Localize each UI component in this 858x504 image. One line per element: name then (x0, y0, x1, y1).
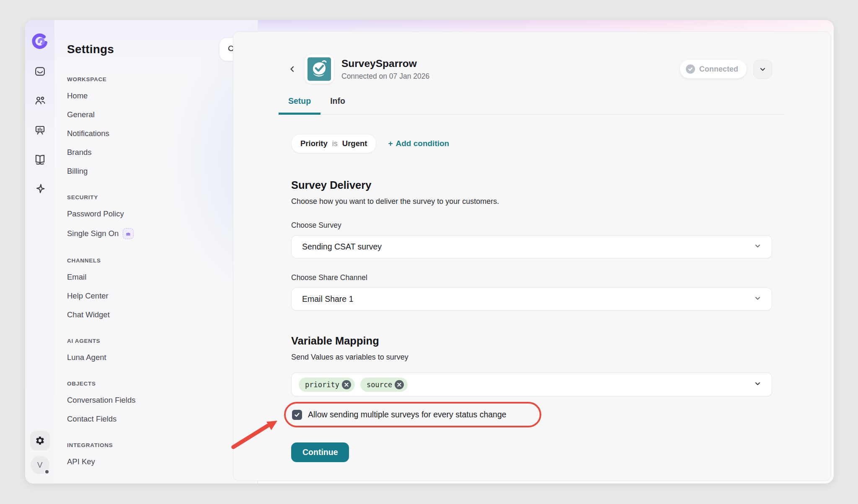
share-channel-select[interactable]: Email Share 1 (291, 288, 772, 311)
nav-header: INTEGRATIONS (67, 442, 243, 448)
sidebar-item-password-policy[interactable]: Password Policy (67, 204, 243, 223)
status-menu-button[interactable] (753, 60, 772, 79)
tab-bar: Setup Info (279, 96, 785, 115)
back-chevron-icon[interactable] (287, 64, 298, 75)
sidebar-item-single-sign-on[interactable]: Single Sign On (67, 223, 243, 244)
condition-value: Urgent (342, 139, 367, 148)
integration-header: SurveySparrow Connected on 07 Jan 2026 C… (287, 54, 772, 84)
icon-rail: V (25, 20, 54, 483)
page-title: Settings (67, 43, 114, 56)
connected-date: Connected on 07 Jan 2026 (341, 72, 429, 81)
nav-header: SECURITY (67, 194, 243, 201)
survey-delivery-title: Survey Delivery (291, 179, 772, 191)
condition-row: Priority is Urgent + Add condition (291, 134, 772, 153)
tab-setup[interactable]: Setup (279, 96, 320, 115)
crown-badge-icon (123, 228, 134, 239)
variable-mapping-description: Send Values as variables to survey (291, 353, 772, 362)
tab-info[interactable]: Info (320, 96, 355, 114)
share-channel-select-value: Email Share 1 (302, 294, 353, 304)
nav-header: WORKSPACE (67, 76, 243, 82)
plus-icon: + (388, 139, 393, 148)
chevron-down-icon (759, 66, 766, 73)
sidebar-item-notifications[interactable]: Notifications (67, 124, 243, 143)
status-dot (44, 469, 50, 475)
check-circle-icon (686, 64, 695, 74)
condition-operator: is (332, 139, 338, 148)
brand-logo-icon[interactable] (30, 32, 49, 51)
nav-header: CHANNELS (67, 257, 243, 264)
ai-spark-icon[interactable] (32, 181, 47, 196)
sidebar-item-help-center[interactable]: Help Center (67, 286, 243, 305)
check-icon (294, 412, 300, 418)
survey-select-value: Sending CSAT survey (302, 242, 382, 252)
annotation-highlight-oval: Allow sending multiple surveys for every… (284, 402, 541, 427)
status-badge-label: Connected (699, 65, 738, 74)
sidebar-item-general[interactable]: General (67, 105, 243, 124)
remove-tag-icon[interactable] (395, 380, 404, 389)
condition-field: Priority (300, 139, 328, 148)
sidebar-item-email[interactable]: Email (67, 267, 243, 286)
integration-title: SurveySparrow (341, 58, 429, 69)
surveysparrow-logo-tile (305, 54, 334, 84)
variable-mapping-title: Variable Mapping (291, 335, 772, 347)
nav-section-objects: OBJECTS Conversation Fields Contact Fiel… (67, 381, 243, 428)
add-condition-label: Add condition (396, 139, 450, 148)
avatar[interactable]: V (31, 455, 49, 474)
nav-section-security: SECURITY Password Policy Single Sign On (67, 194, 243, 244)
choose-channel-label: Choose Share Channel (291, 273, 772, 282)
book-icon[interactable] (32, 152, 47, 167)
people-icon[interactable] (32, 93, 47, 108)
integration-panel: SurveySparrow Connected on 07 Jan 2026 C… (233, 31, 831, 481)
avatar-initial: V (37, 460, 43, 470)
nav-section-workspace: WORKSPACE Home General Notifications Bra… (67, 76, 243, 180)
sidebar-item-conversation-fields[interactable]: Conversation Fields (67, 391, 243, 409)
sidebar-item-chat-widget[interactable]: Chat Widget (67, 305, 243, 324)
variable-tag-label: priority (305, 381, 339, 389)
chevron-down-icon (754, 242, 761, 251)
continue-button[interactable]: Continue (291, 442, 349, 462)
remove-tag-icon[interactable] (342, 380, 351, 389)
variable-tag: priority (299, 378, 355, 392)
survey-delivery-description: Choose how you want to deliver the surve… (291, 197, 772, 206)
multiple-surveys-checkbox[interactable] (292, 410, 302, 420)
sidebar-item-luna-agent[interactable]: Luna Agent (67, 348, 243, 367)
sidebar-item-api-key[interactable]: API Key (67, 452, 243, 471)
settings-sidebar: Settings WORKSPACE Home General Notifica… (54, 20, 258, 483)
nav-header: AI AGENTS (67, 338, 243, 344)
status-badge: Connected (680, 60, 747, 78)
variable-tag-label: source (367, 381, 392, 389)
nav-header: OBJECTS (67, 381, 243, 387)
presentation-chart-icon[interactable] (32, 122, 47, 137)
chevron-down-icon (754, 295, 761, 303)
nav-section-integrations: INTEGRATIONS API Key (67, 442, 243, 471)
sidebar-item-home[interactable]: Home (67, 86, 243, 105)
inbox-icon[interactable] (32, 64, 47, 79)
choose-survey-label: Choose Survey (291, 221, 772, 230)
sidebar-item-billing[interactable]: Billing (67, 162, 243, 180)
settings-gear-icon[interactable] (30, 431, 50, 450)
add-condition-button[interactable]: + Add condition (388, 139, 449, 148)
survey-select[interactable]: Sending CSAT survey (291, 235, 772, 258)
nav-section-channels: CHANNELS Email Help Center Chat Widget (67, 257, 243, 324)
condition-pill[interactable]: Priority is Urgent (291, 134, 376, 153)
sidebar-item-brands[interactable]: Brands (67, 143, 243, 162)
multiple-surveys-checkbox-label: Allow sending multiple surveys for every… (308, 410, 507, 419)
variable-tag: source (360, 378, 408, 392)
surveysparrow-logo-icon (308, 57, 331, 81)
variables-multiselect[interactable]: priority source (291, 373, 772, 396)
chevron-down-icon (754, 380, 761, 389)
sidebar-item-contact-fields[interactable]: Contact Fields (67, 409, 243, 428)
nav-section-ai-agents: AI AGENTS Luna Agent (67, 338, 243, 367)
app-window: V Settings WORKSPACE Home General Notifi… (25, 20, 834, 483)
